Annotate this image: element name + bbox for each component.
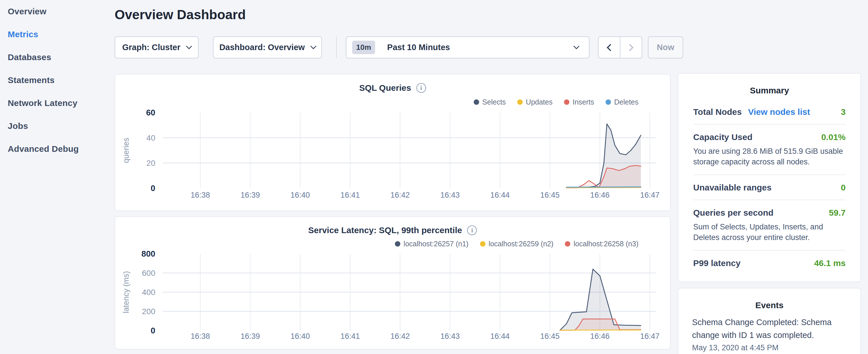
sidebar-item-jobs[interactable]: Jobs <box>0 115 109 137</box>
time-range-label: Past 10 Minutes <box>387 43 574 52</box>
now-button[interactable]: Now <box>648 36 683 58</box>
event-list-item: Schema Change Completed: Schema change w… <box>678 310 861 352</box>
x-tick-label: 16:40 <box>290 191 310 199</box>
summary-row-label: P99 latency <box>693 258 741 268</box>
y-tick-label: 400 <box>142 288 155 297</box>
chevron-right-icon <box>626 44 633 51</box>
x-tick-label: 16:41 <box>340 332 360 341</box>
x-tick-label: 16:38 <box>191 332 210 341</box>
summary-row-description: Sum of Selects, Updates, Inserts, and De… <box>693 222 846 243</box>
dashboard-dropdown[interactable]: Dashboard: Overview <box>213 36 322 58</box>
view-nodes-list-link[interactable]: View nodes list <box>748 107 810 117</box>
service-latency-chart-card: Service Latency: SQL, 99th percentile i … <box>115 216 671 349</box>
y-tick-label: 20 <box>147 159 155 167</box>
x-tick-label: 16:40 <box>290 332 310 341</box>
y-tick-label: 0 <box>151 184 155 193</box>
sidebar-item-advanced-debug[interactable]: Advanced Debug <box>0 137 109 160</box>
sidebar: Overview Metrics Databases Statements Ne… <box>0 0 109 354</box>
sidebar-item-network-latency[interactable]: Network Latency <box>0 92 109 115</box>
summary-row-queries-per-second: Queries per second 59.7 Sum of Selects, … <box>693 200 846 251</box>
summary-row-label: Queries per second <box>693 208 773 218</box>
summary-row-value: 59.7 <box>829 208 846 218</box>
summary-row-p99-latency: P99 latency 46.1 ms <box>693 251 846 275</box>
x-tick-label: 16:47 <box>640 191 660 199</box>
service-latency-plot[interactable]: 16:3816:3916:4016:4116:4216:4316:4416:45… <box>115 217 671 350</box>
x-tick-label: 16:46 <box>590 191 610 199</box>
summary-row-label: Capacity Used <box>693 132 752 142</box>
x-tick-label: 16:42 <box>390 332 410 341</box>
event-message: Schema Change Completed: Schema change w… <box>692 316 847 342</box>
series-line <box>566 187 641 187</box>
summary-row-label: Total Nodes <box>693 107 742 117</box>
event-timestamp: May 13, 2020 at 4:45 PM <box>692 344 847 352</box>
summary-row-unavailable-ranges: Unavailable ranges 0 <box>693 175 846 200</box>
y-tick-label: 800 <box>142 249 155 258</box>
chevron-down-icon <box>574 43 580 49</box>
summary-row-value: 0.01% <box>821 132 846 142</box>
sidebar-item-overview[interactable]: Overview <box>0 0 109 23</box>
sql-queries-plot[interactable]: 16:3816:3916:4016:4116:4216:4316:4416:45… <box>115 74 671 212</box>
x-tick-label: 16:44 <box>490 332 510 341</box>
toolbar-divider <box>336 36 337 58</box>
sidebar-item-databases[interactable]: Databases <box>0 46 109 69</box>
summary-row-label: Unavailable ranges <box>693 183 771 192</box>
chevron-down-icon <box>310 43 316 49</box>
summary-row-value: 0 <box>841 183 846 192</box>
time-back-button[interactable] <box>599 37 620 58</box>
x-tick-label: 16:41 <box>340 191 360 199</box>
sidebar-item-statements[interactable]: Statements <box>0 69 109 92</box>
time-range-badge: 10m <box>352 41 375 54</box>
y-tick-label: 60 <box>146 108 155 117</box>
y-axis-label: queries <box>122 138 130 163</box>
chevron-down-icon <box>186 43 192 49</box>
summary-row-total-nodes: Total Nodes View nodes list 3 <box>693 99 846 125</box>
x-tick-label: 16:46 <box>590 332 610 341</box>
summary-row-capacity-used: Capacity Used 0.01% You are using 28.6 M… <box>693 125 846 175</box>
x-tick-label: 16:45 <box>540 332 560 341</box>
page-title: Overview Dashboard <box>115 7 246 22</box>
dashboard-dropdown-label: Dashboard: Overview <box>219 43 305 52</box>
events-panel: Events Schema Change Completed: Schema c… <box>678 288 861 354</box>
summary-panel: Summary Total Nodes View nodes list 3 Ca… <box>678 73 861 282</box>
graph-dropdown[interactable]: Graph: Cluster <box>115 36 198 58</box>
y-axis-label: latency (ms) <box>122 271 130 313</box>
sidebar-item-metrics[interactable]: Metrics <box>0 23 109 46</box>
x-tick-label: 16:43 <box>440 332 460 341</box>
x-tick-label: 16:39 <box>241 332 260 341</box>
x-tick-label: 16:45 <box>540 191 560 199</box>
chevron-left-icon <box>607 44 614 51</box>
y-tick-label: 40 <box>147 133 155 142</box>
summary-row-value: 3 <box>841 107 846 117</box>
summary-title: Summary <box>678 74 861 95</box>
events-title: Events <box>678 288 861 310</box>
y-tick-label: 600 <box>142 269 155 278</box>
app-root: Overview Metrics Databases Statements Ne… <box>0 0 868 354</box>
sql-queries-chart-card: SQL Queries i SelectsUpdatesInsertsDelet… <box>115 74 671 211</box>
y-tick-label: 0 <box>151 326 155 335</box>
summary-row-value: 46.1 ms <box>814 258 846 268</box>
summary-row-description: You are using 28.6 MiB of 515.9 GiB usab… <box>693 146 846 167</box>
x-tick-label: 16:39 <box>241 191 260 199</box>
x-tick-label: 16:43 <box>440 191 460 199</box>
time-forward-button[interactable] <box>620 37 642 58</box>
y-tick-label: 200 <box>142 307 155 316</box>
x-tick-label: 16:42 <box>390 191 410 199</box>
graph-dropdown-label: Graph: Cluster <box>122 43 180 52</box>
x-tick-label: 16:44 <box>490 191 510 199</box>
time-range-dropdown[interactable]: 10m Past 10 Minutes <box>346 36 589 58</box>
x-tick-label: 16:38 <box>191 191 210 199</box>
x-tick-label: 16:47 <box>640 332 660 341</box>
time-pager <box>598 36 642 58</box>
